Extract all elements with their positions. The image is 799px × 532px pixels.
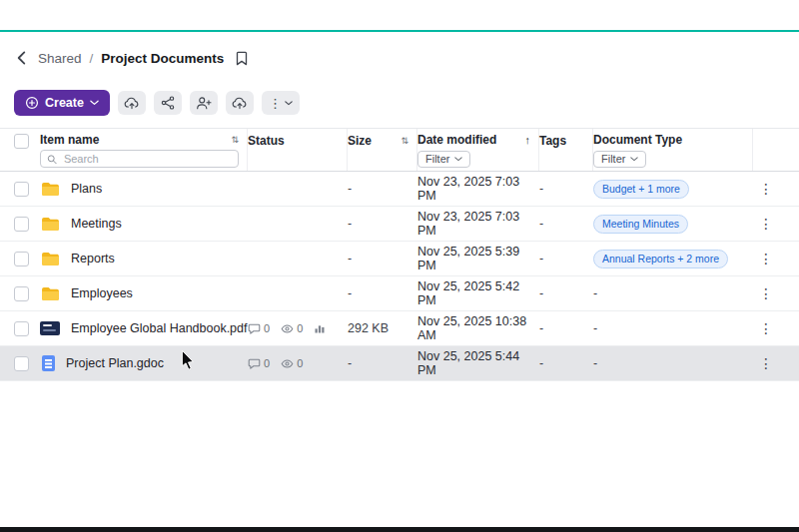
chevron-down-icon — [285, 101, 293, 106]
date-filter-dropdown[interactable]: Filter — [417, 151, 470, 168]
row-checkbox[interactable] — [14, 321, 29, 336]
more-actions-button[interactable]: ⋮ — [262, 91, 300, 115]
pdf-file-icon — [40, 321, 60, 335]
chart-icon — [314, 322, 326, 334]
row-checkbox[interactable] — [14, 217, 29, 232]
tags-header-label: Tags — [539, 134, 566, 148]
table-row[interactable]: Employee Global Handbook.pdf 0 0 — [0, 311, 799, 346]
eye-icon — [281, 322, 294, 335]
page-title: Project Documents — [101, 51, 224, 66]
tags-cell: - — [539, 207, 593, 241]
create-button[interactable]: Create — [14, 90, 110, 116]
row-checkbox[interactable] — [14, 356, 29, 371]
column-header-status[interactable]: Status — [248, 133, 339, 149]
upload-button[interactable] — [118, 91, 146, 115]
comment-count: 0 — [264, 357, 270, 369]
breadcrumb-separator: / — [90, 51, 94, 66]
folder-icon — [40, 286, 60, 301]
item-name[interactable]: Plans — [71, 182, 102, 196]
row-checkbox[interactable] — [14, 182, 29, 197]
create-button-label: Create — [45, 96, 84, 110]
row-menu-button[interactable]: ⋮ — [755, 354, 777, 372]
chevron-down-icon — [90, 100, 99, 106]
item-name[interactable]: Reports — [71, 252, 115, 266]
document-type-filter-dropdown[interactable]: Filter — [593, 151, 646, 168]
document-type-filter-label: Filter — [601, 153, 625, 165]
row-checkbox[interactable] — [14, 252, 29, 266]
table-row[interactable]: Employees - Nov 25, 2025 5:42 PM - - ⋮ — [0, 276, 799, 311]
size-cell: - — [348, 242, 417, 275]
column-header-tags[interactable]: Tags — [539, 133, 584, 149]
date-cell: Nov 23, 2025 7:03 PM — [417, 172, 539, 206]
sort-icon-date-modified[interactable]: ↑ — [525, 134, 531, 146]
table-row[interactable]: Meetings - Nov 23, 2025 7:03 PM - Meetin… — [0, 207, 799, 242]
bookmark-icon — [236, 51, 248, 66]
row-menu-button[interactable]: ⋮ — [755, 284, 777, 302]
comment-icon — [248, 322, 261, 335]
name-search-box — [40, 150, 239, 168]
date-cell: Nov 25, 2025 5:39 PM — [417, 242, 539, 275]
comment-stat: 0 — [248, 322, 270, 335]
item-name[interactable]: Meetings — [71, 217, 122, 231]
row-checkbox[interactable] — [14, 286, 29, 301]
size-header-label: Size — [348, 134, 372, 148]
date-cell: Nov 23, 2025 7:03 PM — [417, 207, 539, 241]
breadcrumb: Shared / Project Documents — [12, 46, 785, 70]
item-name[interactable]: Employee Global Handbook.pdf — [71, 321, 248, 335]
tags-cell: - — [539, 346, 593, 380]
chevron-down-icon — [454, 157, 462, 162]
folder-icon — [40, 182, 60, 197]
date-modified-header-label: Date modified — [417, 133, 496, 147]
tags-cell: - — [539, 242, 593, 275]
view-count: 0 — [297, 357, 303, 369]
select-all-checkbox[interactable] — [14, 134, 29, 149]
size-cell: - — [348, 207, 417, 241]
folder-icon — [40, 252, 60, 266]
doctype-cell: - — [593, 276, 753, 310]
column-header-size[interactable]: Size ⇅ — [348, 133, 408, 149]
row-menu-button[interactable]: ⋮ — [755, 215, 777, 233]
share-button[interactable] — [154, 91, 182, 115]
breadcrumb-parent[interactable]: Shared — [38, 51, 82, 66]
file-manager-window: Shared / Project Documents Create — [0, 0, 799, 532]
back-button[interactable] — [12, 49, 30, 67]
vertical-dots-icon: ⋮ — [269, 97, 282, 110]
column-header-document-type[interactable]: Document Type — [593, 133, 744, 148]
cloud-sync-button[interactable] — [226, 91, 254, 115]
status-cell — [248, 172, 348, 206]
item-name[interactable]: Project Plan.gdoc — [66, 356, 164, 370]
search-icon — [47, 154, 57, 165]
teal-accent-line — [0, 30, 799, 32]
column-header-date-modified[interactable]: Date modified ↑ — [417, 133, 530, 148]
column-header-item-name[interactable]: Item name ⇅ — [40, 133, 239, 147]
back-chevron-icon — [17, 51, 26, 65]
item-name[interactable]: Employees — [71, 286, 133, 300]
sort-icon-item-name[interactable]: ⇅ — [231, 135, 239, 145]
table-row[interactable]: Reports - Nov 25, 2025 5:39 PM - Annual … — [0, 242, 799, 276]
chart-stat — [314, 322, 326, 334]
size-cell: 292 KB — [348, 311, 417, 345]
status-cell — [248, 207, 348, 241]
document-type-badge: Annual Reports + 2 more — [593, 250, 728, 268]
toolbar: Create — [14, 90, 300, 116]
table-row[interactable]: Plans - Nov 23, 2025 7:03 PM - Budget + … — [0, 172, 799, 207]
row-menu-button[interactable]: ⋮ — [755, 250, 777, 267]
comment-icon — [248, 357, 261, 370]
status-cell: 0 0 — [248, 311, 348, 345]
status-cell — [248, 242, 348, 275]
size-cell: - — [348, 276, 417, 310]
table-body: Plans - Nov 23, 2025 7:03 PM - Budget + … — [0, 172, 799, 381]
sort-icon-size[interactable]: ⇅ — [400, 136, 408, 146]
table-row[interactable]: Project Plan.gdoc 0 0 - Nov 25, 2025 5:4… — [0, 346, 799, 381]
doctype-cell: Budget + 1 more — [593, 172, 753, 206]
status-cell — [248, 276, 348, 310]
tags-cell: - — [539, 172, 593, 206]
add-user-button[interactable] — [190, 91, 218, 115]
row-menu-button[interactable]: ⋮ — [755, 180, 777, 198]
search-input[interactable] — [62, 152, 232, 166]
share-icon — [161, 96, 175, 110]
bookmark-button[interactable] — [236, 51, 248, 66]
comment-count: 0 — [264, 322, 270, 334]
add-user-icon — [196, 96, 212, 110]
row-menu-button[interactable]: ⋮ — [755, 319, 777, 337]
